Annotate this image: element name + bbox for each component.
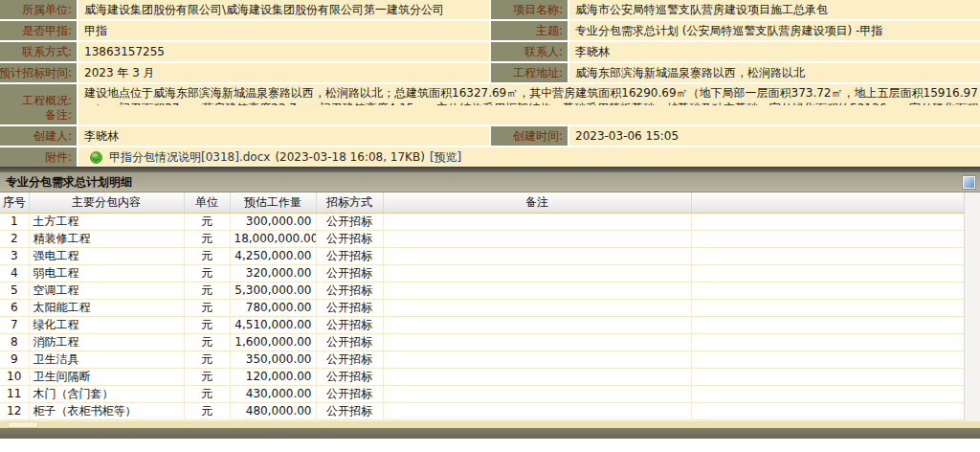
label-project-address: 工程地址:	[491, 63, 568, 82]
cell-amount: 4,250,000.00	[230, 247, 316, 264]
table-row[interactable]: 3 强电工程 元 4,250,000.00 公开招标	[0, 247, 964, 264]
cell-content: 消防工程	[29, 333, 184, 350]
value-owning-unit: 威海建设集团股份有限公司\威海建设集团股份有限公司第一建筑分公司	[78, 0, 489, 19]
table-row[interactable]: 10 卫生间隔断 元 120,000.00 公开招标	[0, 368, 964, 385]
label-is-designated: 是否甲指:	[0, 21, 77, 40]
horizontal-scrollbar-thumb[interactable]	[8, 421, 38, 428]
cell-unit: 元	[184, 230, 230, 247]
cell-amount: 120,000.00	[230, 368, 316, 385]
cell-no: 8	[0, 333, 29, 350]
label-project-name: 项目名称:	[491, 0, 568, 19]
bottom-status-bar	[0, 428, 980, 439]
cell-filler	[691, 385, 964, 402]
table-row[interactable]: 2 精装修工程 元 18,000,000.00 公开招标	[0, 230, 964, 247]
cell-method: 公开招标	[316, 402, 383, 419]
value-is-designated: 甲指	[78, 21, 489, 40]
detail-table-area: 序号 主要分包内容 单位 预估工作量 招标方式 备注 1 土方工程 元 300,…	[0, 192, 980, 420]
detail-section-titlebar: 专业分包需求总计划明细	[0, 172, 980, 192]
vertical-scrollbar[interactable]	[964, 192, 980, 420]
cell-unit: 元	[184, 247, 230, 264]
label-subject: 主题:	[491, 21, 568, 40]
cell-content: 绿化工程	[29, 316, 184, 333]
table-row[interactable]: 1 土方工程 元 300,000.00 公开招标	[0, 213, 964, 230]
cell-content: 太阳能工程	[29, 299, 184, 316]
label-contact-person: 联系人:	[491, 42, 568, 61]
table-row[interactable]: 12 柜子（衣柜书柜等） 元 480,000.00 公开招标	[0, 402, 964, 419]
cell-remark	[383, 350, 691, 368]
value-creator: 李晓林	[78, 126, 489, 146]
cell-content: 空调工程	[29, 282, 184, 299]
cell-remark	[383, 247, 691, 264]
attachment-meta: (2023-03-18 16:08, 17KB)	[275, 150, 425, 164]
label-owning-unit: 所属单位:	[0, 0, 77, 19]
table-row[interactable]: 9 卫生洁具 元 350,000.00 公开招标	[0, 350, 964, 368]
cell-filler	[691, 264, 964, 282]
cell-method: 公开招标	[316, 299, 383, 316]
cell-remark	[383, 264, 691, 282]
detail-table: 序号 主要分包内容 单位 预估工作量 招标方式 备注 1 土方工程 元 300,…	[0, 192, 964, 420]
value-project-address: 威海东部滨海新城温泉寨路以西，松涧路以北	[569, 63, 980, 82]
cell-filler	[691, 299, 964, 316]
value-contact-person: 李晓林	[569, 42, 980, 61]
cell-amount: 18,000,000.00	[230, 230, 316, 247]
table-row[interactable]: 5 空调工程 元 5,300,000.00 公开招标	[0, 282, 964, 299]
cell-no: 3	[0, 247, 29, 264]
label-contact-phone: 联系方式:	[0, 42, 77, 61]
cell-no: 9	[0, 350, 29, 368]
cell-content: 精装修工程	[29, 230, 184, 247]
cell-content: 土方工程	[29, 213, 184, 230]
table-row[interactable]: 4 弱电工程 元 320,000.00 公开招标	[0, 264, 964, 282]
cell-amount: 320,000.00	[230, 264, 316, 282]
cell-filler	[691, 282, 964, 299]
table-row[interactable]: 7 绿化工程 元 4,510,000.00 公开招标	[0, 316, 964, 333]
cell-unit: 元	[184, 350, 230, 368]
cell-filler	[691, 368, 964, 385]
header-no: 序号	[0, 192, 29, 213]
cell-no: 7	[0, 316, 29, 333]
cell-amount: 350,000.00	[230, 350, 316, 368]
label-expected-bid-time: 预计招标时间:	[0, 63, 77, 82]
label-remark: 备注:	[0, 105, 77, 124]
cell-method: 公开招标	[316, 385, 383, 402]
cell-remark	[383, 368, 691, 385]
cell-method: 公开招标	[316, 316, 383, 333]
attachment-file-link[interactable]: 甲指分包情况说明[0318].docx	[109, 149, 270, 166]
cell-method: 公开招标	[316, 264, 383, 282]
cell-no: 5	[0, 282, 29, 299]
cell-amount: 4,510,000.00	[230, 316, 316, 333]
value-subject: 专业分包需求总计划 (公安局特巡警支队营房建设项目) -甲指	[569, 21, 980, 40]
cell-filler	[691, 316, 964, 333]
cell-remark	[383, 333, 691, 350]
cell-method: 公开招标	[316, 230, 383, 247]
cell-no: 1	[0, 213, 29, 230]
cell-amount: 1,600,000.00	[230, 333, 316, 350]
cell-filler	[691, 247, 964, 264]
table-row[interactable]: 8 消防工程 元 1,600,000.00 公开招标	[0, 333, 964, 350]
cell-no: 4	[0, 264, 29, 282]
table-row[interactable]: 6 太阳能工程 元 780,000.00 公开招标	[0, 299, 964, 316]
cell-filler	[691, 333, 964, 350]
cell-remark	[383, 402, 691, 419]
maximize-icon[interactable]	[963, 176, 975, 189]
cell-amount: 5,300,000.00	[230, 282, 316, 299]
header-content: 主要分包内容	[29, 192, 184, 213]
attachment-preview-link[interactable]: [预览]	[430, 149, 461, 166]
table-row[interactable]: 11 木门（含门套） 元 430,000.00 公开招标	[0, 385, 964, 402]
cell-unit: 元	[184, 264, 230, 282]
horizontal-scrollbar[interactable]	[0, 420, 980, 428]
cell-filler	[691, 402, 964, 419]
attachment-row: 甲指分包情况说明[0318].docx (2023-03-18 16:08, 1…	[78, 147, 980, 167]
cell-unit: 元	[184, 299, 230, 316]
cell-remark	[383, 385, 691, 402]
cell-no: 11	[0, 385, 29, 402]
cell-content: 木门（含门套）	[29, 385, 184, 402]
cell-amount: 780,000.00	[230, 299, 316, 316]
header-method: 招标方式	[316, 192, 383, 213]
label-attachment: 附件:	[0, 147, 77, 167]
cell-method: 公开招标	[316, 333, 383, 350]
cell-method: 公开招标	[316, 282, 383, 299]
cell-method: 公开招标	[316, 350, 383, 368]
cell-filler	[691, 230, 964, 247]
cell-filler	[691, 213, 964, 230]
attachment-icon	[90, 151, 102, 164]
